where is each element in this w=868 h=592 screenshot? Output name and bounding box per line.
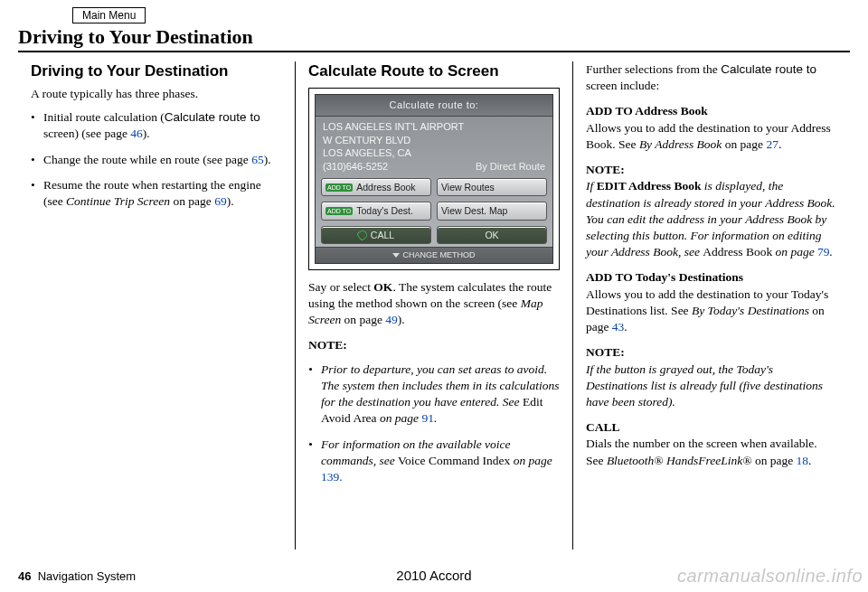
text: on page — [510, 454, 552, 467]
nav-screen-title: Calculate route to: — [316, 95, 552, 117]
text: on page — [377, 411, 422, 425]
ui-term: Calculate route to — [721, 62, 816, 76]
call-button[interactable]: CALL — [321, 226, 431, 244]
list-item: Change the route while en route (see pag… — [31, 152, 282, 168]
col3-p2: Allows you to add the destination to you… — [586, 287, 837, 336]
bold-ref: EDIT Address Book — [597, 179, 702, 193]
ref: Address Book — [703, 245, 772, 258]
text: Further selections from the — [586, 62, 721, 76]
col2-heading: Calculate Route to Screen — [308, 61, 560, 82]
list-item: For information on the available voice c… — [308, 437, 560, 486]
addto-todays-dest-button[interactable]: ADD TO Today's Dest. — [321, 202, 431, 220]
main-menu-button[interactable]: Main Menu — [72, 7, 146, 23]
text: If — [586, 179, 597, 193]
list-item: Resume the route when restarting the eng… — [31, 177, 282, 210]
column-1: Driving to Your Destination A route typi… — [18, 61, 295, 550]
page-link[interactable]: 18 — [797, 454, 809, 467]
chevron-down-icon — [392, 253, 400, 258]
footer-model: 2010 Accord — [396, 568, 471, 583]
dest-line2: W CENTURY BLVD — [323, 134, 545, 147]
column-3: Further selections from the Calculate ro… — [572, 61, 850, 550]
subhead-add-today: ADD TO Today's Destinations — [586, 270, 743, 284]
page-link[interactable]: 46 — [130, 127, 143, 140]
dest-line1: LOS ANGELES INT'L AIRPORT — [323, 120, 545, 134]
text: ). — [398, 313, 405, 326]
col2-paragraph: Say or select OK. The system calculates … — [308, 279, 560, 329]
text: on page — [772, 245, 817, 258]
route-method: By Direct Route — [476, 160, 545, 174]
subhead-add-address: ADD TO Address Book — [586, 104, 708, 117]
page-link[interactable]: 69 — [214, 194, 227, 208]
list-item: Initial route calculation (Calculate rou… — [31, 109, 282, 142]
text: ). — [264, 153, 271, 166]
text: . — [624, 320, 627, 334]
col2-notes: Prior to departure, you can set areas to… — [308, 362, 560, 486]
addto-address-book-button[interactable]: ADD TO Address Book — [321, 178, 431, 196]
footer-label: CHANGE METHOD — [402, 250, 475, 259]
page-link[interactable]: 91 — [421, 411, 434, 425]
addto-tag-icon: ADD TO — [326, 207, 353, 215]
col3-p3: Dials the number on the screen when avai… — [586, 436, 837, 468]
nav-row-3: CALL OK — [316, 223, 552, 247]
text: screen) (see page — [43, 127, 130, 140]
view-routes-button[interactable]: View Routes — [437, 178, 547, 196]
italic-ref: Continue Trip Screen — [66, 194, 170, 208]
btn-label: OK — [485, 229, 498, 241]
page-link[interactable]: 79 — [817, 245, 830, 258]
page-link[interactable]: 43 — [612, 320, 625, 334]
note-heading: NOTE: — [586, 162, 837, 178]
text: . — [434, 411, 437, 425]
phone-icon — [356, 229, 369, 241]
text: on page — [722, 137, 766, 151]
nav-screen-footer: CHANGE METHOD — [316, 247, 552, 263]
nav-row-2: ADD TO Today's Dest. View Dest. Map — [316, 199, 552, 222]
text: . — [778, 137, 781, 151]
col3-p1: Allows you to add the destination to you… — [586, 120, 837, 153]
text: Initial route calculation ( — [43, 110, 165, 124]
btn-label: Address Book — [356, 181, 415, 193]
col3-note2: If the button is grayed out, the Today's… — [586, 362, 837, 411]
page-link[interactable]: 65 — [251, 153, 264, 166]
page-number: 46 — [18, 569, 31, 583]
content-columns: Driving to Your Destination A route typi… — [18, 61, 850, 550]
page-link[interactable]: 139. — [321, 470, 343, 484]
text: Change the route while en route (see pag… — [43, 153, 251, 166]
btn-label: Today's Dest. — [356, 204, 413, 217]
note-heading: NOTE: — [308, 337, 560, 353]
view-dest-map-button[interactable]: View Dest. Map — [437, 202, 547, 220]
text: on page — [341, 313, 385, 326]
btn-label: View Dest. Map — [441, 204, 507, 217]
btn-label: View Routes — [441, 181, 495, 193]
subhead-call: CALL — [586, 420, 620, 434]
nav-screen: Calculate route to: LOS ANGELES INT'L AI… — [315, 94, 553, 264]
footer-label: Navigation System — [38, 569, 136, 583]
col3-intro: Further selections from the Calculate ro… — [586, 61, 837, 94]
ok-button[interactable]: OK — [437, 226, 547, 244]
note-heading: NOTE: — [586, 344, 837, 361]
text: . — [808, 454, 811, 467]
dest-phone: (310)646-5252 — [323, 161, 388, 172]
italic-ref: Bluetooth® HandsFreeLink® — [607, 454, 752, 467]
column-2: Calculate Route to Screen Calculate rout… — [295, 61, 572, 550]
nav-screen-frame: Calculate route to: LOS ANGELES INT'L AI… — [308, 88, 560, 270]
col1-heading: Driving to Your Destination — [31, 61, 282, 82]
col1-intro: A route typically has three phases. — [31, 86, 282, 102]
text: Say or select — [308, 280, 373, 294]
page-link[interactable]: 49 — [385, 313, 398, 326]
text: . — [830, 245, 833, 258]
col1-bullets: Initial route calculation (Calculate rou… — [31, 109, 282, 210]
nav-row-1: ADD TO Address Book View Routes — [316, 175, 552, 199]
page-title: Driving to Your Destination — [18, 25, 850, 52]
dest-line4: (310)646-5252 By Direct Route — [323, 160, 545, 174]
btn-label: CALL — [371, 229, 394, 241]
ref: Voice Command Index — [398, 454, 510, 467]
page-link[interactable]: 27 — [766, 137, 778, 151]
italic-ref: By Address Book — [639, 137, 722, 151]
text: ). — [227, 194, 234, 208]
text: on page — [170, 194, 214, 208]
addto-tag-icon: ADD TO — [326, 183, 353, 192]
text: ). — [143, 127, 150, 140]
watermark: carmanualsonline.info — [677, 566, 863, 587]
text: screen include: — [586, 79, 659, 92]
text: on page — [752, 454, 797, 467]
